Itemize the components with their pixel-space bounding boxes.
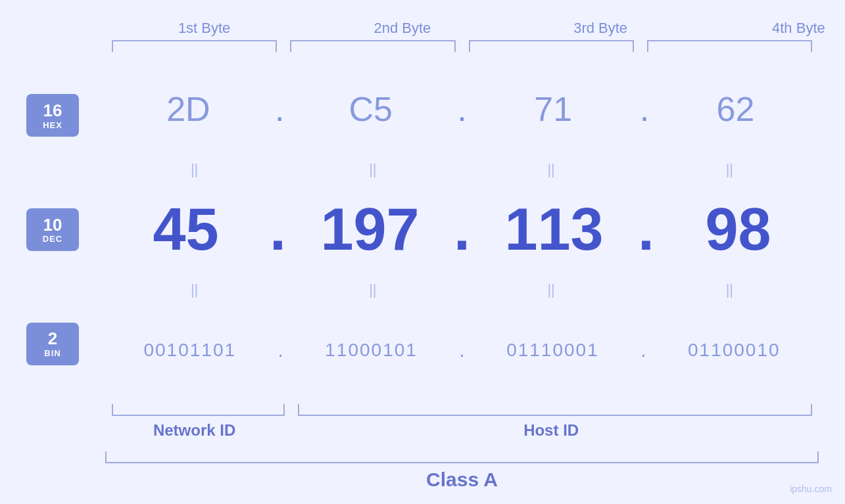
hex-row: 2D . C5 . 71 . 62 <box>105 58 819 160</box>
dot-bin-1: . <box>278 339 283 361</box>
dot-bin-2: . <box>459 339 464 361</box>
dec-byte2: 197 <box>320 196 419 263</box>
main-container: 1st Byte 2nd Byte 3rd Byte 4th Byte 16 H… <box>0 0 845 504</box>
hex-byte1: 2D <box>166 89 210 129</box>
watermark: ipshu.com <box>790 484 832 494</box>
dec-byte2-group: 197 <box>289 196 450 263</box>
dot-hex-2: . <box>457 89 466 129</box>
bin-badge: 2 BIN <box>26 323 79 365</box>
header-byte4: 4th Byte <box>700 20 845 37</box>
class-bracket <box>105 451 819 463</box>
bin-num: 2 <box>48 329 57 348</box>
eq1-2: || <box>283 161 462 178</box>
hex-byte4-group: 62 <box>652 89 819 129</box>
byte-headers: 1st Byte 2nd Byte 3rd Byte 4th Byte <box>105 13 845 37</box>
dec-label: DEC <box>43 234 62 244</box>
header-byte1: 1st Byte <box>105 20 303 37</box>
base-labels-column: 16 HEX 10 DEC 2 BIN <box>26 58 105 401</box>
eq2-3: || <box>462 281 640 298</box>
dec-badge: 10 DEC <box>26 208 79 251</box>
dec-byte3-group: 113 <box>473 196 635 263</box>
bracket-byte2 <box>290 40 455 52</box>
bracket-byte1 <box>112 40 277 52</box>
hex-byte1-group: 2D <box>105 89 272 129</box>
hex-byte2: C5 <box>349 89 393 129</box>
hex-label: HEX <box>43 120 62 130</box>
eq1-3: || <box>462 161 640 178</box>
dec-row: 45 . 197 . 113 . 98 <box>105 179 819 281</box>
id-labels: Network ID Host ID <box>105 421 819 440</box>
bin-byte3: 01110001 <box>506 340 599 361</box>
top-bracket-row <box>105 40 819 52</box>
hex-byte3-group: 71 <box>470 89 637 129</box>
host-bracket <box>298 404 812 416</box>
dot-dec-2: . <box>454 196 470 263</box>
bottom-brackets <box>105 404 819 416</box>
hex-badge: 16 HEX <box>26 94 79 137</box>
bracket-byte4 <box>647 40 812 52</box>
bin-byte4: 01100010 <box>688 340 781 361</box>
host-id-label: Host ID <box>283 421 819 440</box>
network-id-label: Network ID <box>105 421 283 440</box>
eq1-4: || <box>640 161 819 178</box>
dec-byte1-group: 45 <box>105 196 266 263</box>
bin-label: BIN <box>44 348 60 358</box>
equals-row-2: || || || || <box>105 280 819 300</box>
dot-dec-3: . <box>638 196 654 263</box>
dot-hex-1: . <box>275 89 284 129</box>
header-byte2: 2nd Byte <box>303 20 501 37</box>
bin-byte3-group: 01110001 <box>468 340 638 361</box>
dec-byte4: 98 <box>705 196 771 263</box>
values-grid: 2D . C5 . 71 . 62 || || || || <box>105 58 819 401</box>
hex-byte3: 71 <box>534 89 572 129</box>
class-section: Class A <box>105 451 819 491</box>
eq2-2: || <box>283 281 462 298</box>
bracket-byte3 <box>469 40 634 52</box>
bottom-section: Network ID Host ID <box>105 404 819 440</box>
bin-byte4-group: 01100010 <box>650 340 819 361</box>
header-byte3: 3rd Byte <box>502 20 700 37</box>
hex-byte2-group: C5 <box>287 89 454 129</box>
bin-row: 00101101 . 11000101 . 01110001 . 0110001… <box>105 300 819 401</box>
hex-num: 16 <box>43 101 62 120</box>
bin-byte1: 00101101 <box>143 340 236 361</box>
dec-byte1: 45 <box>153 196 218 263</box>
dot-hex-3: . <box>640 89 649 129</box>
class-label: Class A <box>105 469 819 491</box>
dot-bin-3: . <box>640 339 646 361</box>
network-bracket <box>112 404 285 416</box>
eq2-1: || <box>105 281 283 298</box>
dot-dec-1: . <box>270 196 286 263</box>
eq2-4: || <box>640 281 819 298</box>
bin-byte2: 11000101 <box>325 340 418 361</box>
dec-byte3: 113 <box>504 196 603 263</box>
hex-byte4: 62 <box>717 89 755 129</box>
bin-byte2-group: 11000101 <box>287 340 456 361</box>
bin-byte1-group: 00101101 <box>105 340 275 361</box>
equals-row-1: || || || || <box>105 160 819 179</box>
eq1-1: || <box>105 161 283 178</box>
dec-num: 10 <box>43 216 62 235</box>
dec-byte4-group: 98 <box>658 196 819 263</box>
